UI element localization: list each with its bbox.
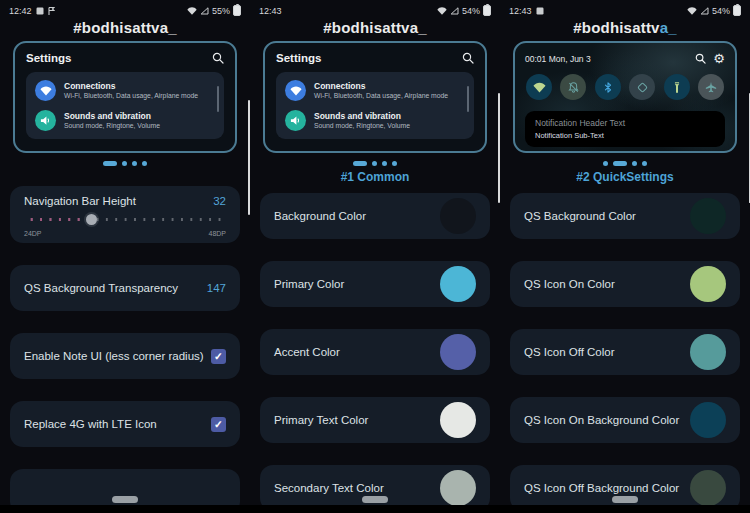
slider-track-active <box>25 213 91 226</box>
pref-label: QS Icon Off Color <box>524 346 615 358</box>
preview-row-subtitle: Sound mode, Ringtone, Volume <box>64 121 160 130</box>
slider-thumb[interactable] <box>86 214 97 225</box>
status-bar: 12:43 54% <box>500 0 750 17</box>
pref-value: 147 <box>207 282 226 294</box>
search-icon <box>212 52 224 64</box>
color-swatch[interactable] <box>690 198 726 234</box>
wifi-status-icon <box>187 7 197 15</box>
page-dot-active <box>103 161 117 166</box>
preview-row-title: Sounds and vibration <box>314 111 410 122</box>
signal-status-icon <box>200 7 209 15</box>
preview-row-sounds: Sounds and vibration Sound mode, Rington… <box>285 110 465 131</box>
color-swatch[interactable] <box>440 266 476 302</box>
color-swatch[interactable] <box>690 266 726 302</box>
wifi-icon <box>35 80 56 101</box>
screenshot-panel-1: 12:42 55% #bodhisattva_ Settings Connect… <box>0 0 250 513</box>
pref-primary-text-color[interactable]: Primary Text Color <box>260 397 490 443</box>
pref-accent-color[interactable]: Accent Color <box>260 329 490 375</box>
list-scrollbar[interactable] <box>248 100 250 215</box>
pref-label: QS Icon On Background Color <box>524 414 679 426</box>
nav-bar-strip <box>500 505 750 513</box>
checkbox-checked[interactable]: ✓ <box>211 417 226 432</box>
notification-preview: Notification Header Text Notification Su… <box>525 111 725 147</box>
quicksettings-preview-card: 00:01 Mon, Jun 3 ⚙ Notification Header T… <box>513 41 737 153</box>
preview-row-title: Connections <box>64 81 198 92</box>
pref-label: QS Background Color <box>524 210 636 222</box>
preview-row-title: Connections <box>314 81 448 92</box>
status-time: 12:43 <box>509 6 532 16</box>
home-pill[interactable] <box>112 496 138 503</box>
page-dot <box>632 161 637 166</box>
screenshot-icon <box>36 7 44 15</box>
qs-flashlight-icon <box>664 74 690 100</box>
preview-heading: Settings <box>276 52 321 64</box>
battery-percent: 55% <box>212 6 230 16</box>
signal-status-icon <box>700 7 709 15</box>
color-swatch[interactable] <box>690 402 726 438</box>
pref-enable-note-ui[interactable]: Enable Note UI (less corner radius) ✓ <box>10 333 240 379</box>
color-swatch[interactable] <box>690 334 726 370</box>
pref-label: Secondary Text Color <box>274 482 384 494</box>
pref-value: 32 <box>213 195 226 207</box>
qs-clock: 00:01 Mon, Jun 3 <box>525 54 591 64</box>
page-dot <box>142 161 147 166</box>
gear-icon: ⚙ <box>713 52 725 65</box>
home-pill[interactable] <box>612 496 638 503</box>
page-dot <box>603 161 608 166</box>
preview-row-connections: Connections Wi-Fi, Bluetooth, Data usage… <box>35 80 215 101</box>
pref-label: Primary Text Color <box>274 414 368 426</box>
preview-scrollbar <box>467 86 470 112</box>
notification-subtext: Notification Sub-Text <box>535 131 715 140</box>
page-dot-active <box>613 161 627 166</box>
height-slider[interactable] <box>25 213 225 226</box>
color-swatch[interactable] <box>440 334 476 370</box>
preview-menu-tile: Connections Wi-Fi, Bluetooth, Data usage… <box>26 72 224 139</box>
settings-preview-card: Settings Connections Wi-Fi, Bluetooth, D… <box>263 41 487 153</box>
page-title: #bodhisattva_ <box>500 17 750 38</box>
pref-background-color[interactable]: Background Color <box>260 193 490 239</box>
signal-status-icon <box>450 7 459 15</box>
list-scrollbar[interactable] <box>498 93 500 203</box>
search-icon <box>695 53 706 64</box>
notification-header: Notification Header Text <box>535 118 715 128</box>
pref-qs-icon-off-color[interactable]: QS Icon Off Color <box>510 329 740 375</box>
qs-wifi-icon <box>526 74 552 100</box>
color-swatch[interactable] <box>440 470 476 506</box>
flag-icon <box>48 7 55 15</box>
pref-label: Replace 4G with LTE Icon <box>24 418 157 430</box>
checkbox-checked[interactable]: ✓ <box>211 349 226 364</box>
page-indicator <box>500 160 750 166</box>
battery-icon <box>233 5 241 16</box>
page-dot <box>122 161 127 166</box>
pref-qs-background-transparency[interactable]: QS Background Transparency 147 <box>10 265 240 311</box>
pref-qs-background-color[interactable]: QS Background Color <box>510 193 740 239</box>
pref-qs-icon-on-background-color[interactable]: QS Icon On Background Color <box>510 397 740 443</box>
status-bar: 12:42 55% <box>0 0 250 17</box>
preview-menu-tile: Connections Wi-Fi, Bluetooth, Data usage… <box>276 72 474 139</box>
wifi-status-icon <box>437 7 447 15</box>
preview-row-title: Sounds and vibration <box>64 111 160 122</box>
pref-qs-icon-on-color[interactable]: QS Icon On Color <box>510 261 740 307</box>
pref-navigation-bar-height[interactable]: Navigation Bar Height 32 24DP 48DP <box>10 186 240 243</box>
screenshot-panel-2: 12:43 54% #bodhisattva_ Settings Connect… <box>250 0 500 513</box>
pref-label: Background Color <box>274 210 366 222</box>
home-pill[interactable] <box>362 496 388 503</box>
preview-row-subtitle: Wi-Fi, Bluetooth, Data usage, Airplane m… <box>64 91 198 100</box>
status-time: 12:42 <box>9 6 32 16</box>
pref-label: Accent Color <box>274 346 340 358</box>
color-swatch[interactable] <box>690 470 726 506</box>
wifi-status-icon <box>687 7 697 15</box>
pref-label: QS Icon On Color <box>524 278 615 290</box>
page-title: #bodhisattva_ <box>250 17 500 38</box>
color-swatch[interactable] <box>440 198 476 234</box>
pref-label: QS Icon Off Background Color <box>524 482 679 494</box>
wifi-icon <box>285 80 306 101</box>
pref-primary-color[interactable]: Primary Color <box>260 261 490 307</box>
battery-percent: 54% <box>712 6 730 16</box>
page-dot <box>132 161 137 166</box>
pref-replace-4g-lte[interactable]: Replace 4G with LTE Icon ✓ <box>10 401 240 447</box>
speaker-icon <box>35 110 56 131</box>
color-swatch[interactable] <box>440 402 476 438</box>
preview-heading: Settings <box>26 52 71 64</box>
page-indicator <box>250 160 500 166</box>
